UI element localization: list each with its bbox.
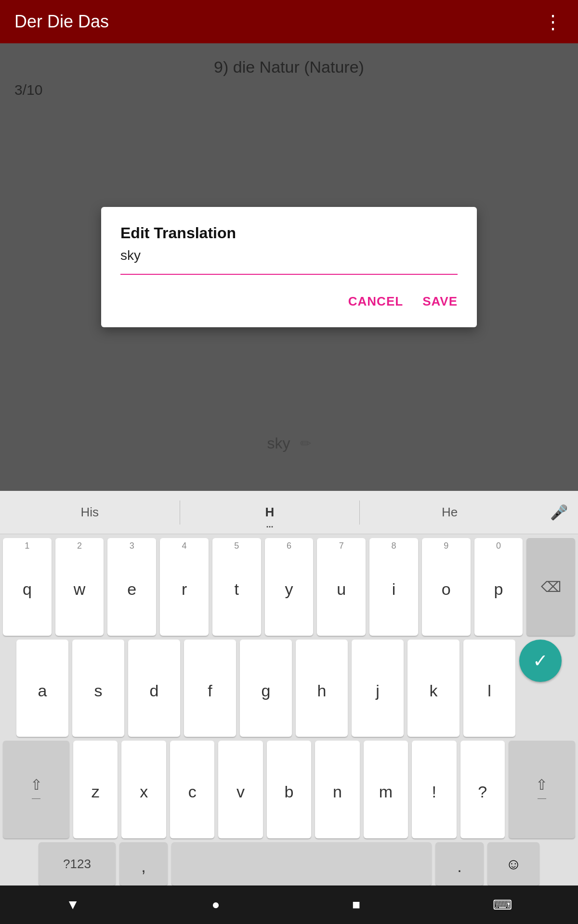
key-j[interactable]: j	[352, 640, 404, 737]
main-content: 9) die Natur (Nature) 3/10 Edit Translat…	[0, 43, 578, 491]
key-x[interactable]: x	[121, 741, 166, 838]
dialog-overlay: Edit Translation sky CANCEL SAVE	[0, 43, 578, 491]
key-y[interactable]: 6y	[265, 538, 314, 636]
nav-recent-icon[interactable]: ■	[352, 897, 360, 912]
key-row-2: a s d f g h j k l ✓	[3, 640, 575, 737]
key-d[interactable]: d	[128, 640, 180, 737]
keyboard-area: His H He 🎤 1q 2w 3e 4r 5t 6y 7u 8i 9o 0p…	[0, 491, 578, 886]
key-l[interactable]: l	[463, 640, 515, 737]
key-k[interactable]: k	[407, 640, 460, 737]
keys-section: 1q 2w 3e 4r 5t 6y 7u 8i 9o 0p ⌫ a s d f …	[0, 534, 578, 886]
dialog-title: Edit Translation	[120, 224, 458, 242]
key-row-1: 1q 2w 3e 4r 5t 6y 7u 8i 9o 0p ⌫	[3, 538, 575, 636]
key-w[interactable]: 2w	[55, 538, 104, 636]
edit-translation-dialog: Edit Translation sky CANCEL SAVE	[101, 207, 477, 327]
shift-left-key[interactable]: ⇧ —	[3, 741, 69, 838]
app-bar: Der Die Das ⋮	[0, 0, 578, 43]
emoji-key[interactable]: ☺	[487, 842, 539, 886]
mic-icon[interactable]: 🎤	[539, 504, 578, 521]
key-i[interactable]: 8i	[369, 538, 418, 636]
key-n[interactable]: n	[315, 741, 359, 838]
key-a[interactable]: a	[16, 640, 68, 737]
dialog-input-wrapper[interactable]: sky	[120, 248, 458, 266]
key-z[interactable]: z	[73, 741, 118, 838]
key-g[interactable]: g	[240, 640, 292, 737]
nav-bar: ▼ ● ■ ⌨	[0, 886, 578, 924]
key-b[interactable]: b	[267, 741, 311, 838]
key-q[interactable]: 1q	[3, 538, 52, 636]
suggestion-right[interactable]: He	[360, 491, 539, 534]
key-u[interactable]: 7u	[317, 538, 366, 636]
key-question[interactable]: ?	[460, 741, 505, 838]
numsym-key[interactable]: ?123	[39, 842, 116, 886]
key-row-3: ⇧ — z x c v b n m ! ? ⇧ —	[3, 741, 575, 838]
key-m[interactable]: m	[364, 741, 408, 838]
key-o[interactable]: 9o	[422, 538, 471, 636]
key-c[interactable]: c	[170, 741, 214, 838]
key-exclaim[interactable]: !	[412, 741, 456, 838]
dialog-input[interactable]: sky	[120, 248, 458, 266]
key-e[interactable]: 3e	[107, 538, 156, 636]
key-p[interactable]: 0p	[474, 538, 523, 636]
backspace-key[interactable]: ⌫	[526, 538, 575, 636]
app-title: Der Die Das	[14, 12, 109, 32]
save-button[interactable]: SAVE	[422, 289, 458, 314]
enter-key[interactable]: ✓	[519, 640, 562, 682]
key-t[interactable]: 5t	[212, 538, 261, 636]
suggestions-bar: His H He 🎤	[0, 491, 578, 534]
space-key[interactable]	[171, 842, 432, 886]
nav-keyboard-icon[interactable]: ⌨	[493, 897, 512, 913]
key-s[interactable]: s	[72, 640, 124, 737]
shift-right-key[interactable]: ⇧ —	[509, 741, 575, 838]
key-f[interactable]: f	[184, 640, 236, 737]
key-period[interactable]: .	[435, 842, 484, 886]
key-row-4: ?123 , . ☺	[3, 842, 575, 886]
key-v[interactable]: v	[218, 741, 263, 838]
key-h[interactable]: h	[296, 640, 348, 737]
dialog-underline	[120, 274, 458, 275]
key-r[interactable]: 4r	[160, 538, 209, 636]
nav-home-icon[interactable]: ●	[212, 897, 220, 912]
cancel-button[interactable]: CANCEL	[348, 289, 403, 314]
suggestion-middle[interactable]: H	[180, 491, 360, 534]
key-comma[interactable]: ,	[119, 842, 168, 886]
menu-icon[interactable]: ⋮	[543, 11, 564, 33]
nav-back-icon[interactable]: ▼	[66, 897, 79, 912]
suggestion-left[interactable]: His	[0, 491, 180, 534]
dialog-actions: CANCEL SAVE	[120, 289, 458, 314]
